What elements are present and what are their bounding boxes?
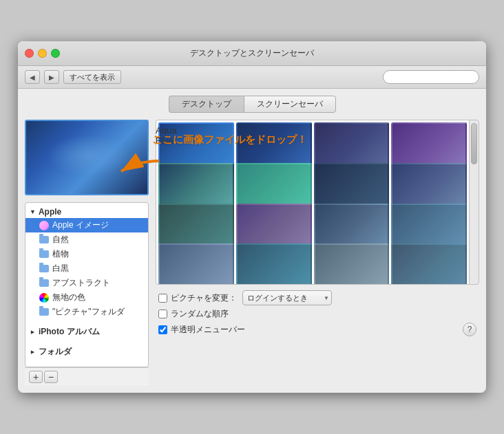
change-picture-select[interactable]: ログインするとき [242,290,332,305]
sidebar-item-bw[interactable]: 白黒 [25,261,148,276]
sidebar: ▼ Apple Apple イメージ 自然 [25,202,149,367]
grid-item-13[interactable] [158,243,234,285]
change-picture-text: ピクチャを変更： [171,292,237,304]
sidebar-item-nature[interactable]: 自然 [25,232,148,247]
titlebar: デスクトップとスクリーンセーバ [18,41,486,66]
add-button[interactable]: + [29,371,43,383]
sidebar-group-apple: ▼ Apple Apple イメージ 自然 [25,203,148,322]
expand-triangle-iphoto: ▼ [29,329,36,335]
grid-item-15[interactable] [314,243,390,285]
sidebar-group-label-iphoto: iPhoto アルバム [39,326,100,338]
sidebar-group-iphoto: ▼ iPhoto アルバム [25,322,148,342]
toolbar: ◀ ▶ すべてを表示 [18,66,486,89]
tab-desktop[interactable]: デスクトップ [169,96,244,113]
translucent-menu-checkbox[interactable] [158,325,167,334]
expand-triangle-folders: ▼ [29,349,36,355]
sidebar-group-folders: ▼ フォルダ [25,342,148,362]
color-wheel-icon [39,293,49,303]
sidebar-item-label-abstract: アブストラクト [52,277,110,289]
scrollbar[interactable] [469,120,479,285]
random-order-label[interactable]: ランダムな順序 [158,308,229,320]
sidebar-item-iphoto-folder[interactable]: "ピクチャ"フォルダ [25,305,148,319]
folder-icon [39,250,49,258]
expand-triangle-apple: ▼ [30,208,36,215]
translucent-menu-row: 半透明メニューバー ? [158,323,476,336]
show-all-button[interactable]: すべてを表示 [63,70,121,84]
random-order-row: ランダムな順序 [158,308,476,320]
folder-icon [39,236,49,243]
sidebar-item-label-iphoto-folder: "ピクチャ"フォルダ [52,306,125,318]
sidebar-controls: + − [25,367,149,386]
left-panel: Aqua Blue ここに画像ファイルをドロップ！ [25,120,149,386]
sidebar-item-abstract[interactable]: アブストラクト [25,276,148,290]
folder-icon [39,265,49,272]
back-button[interactable]: ◀ [25,70,40,84]
minimize-button[interactable] [38,49,47,58]
sidebar-group-label-folders: フォルダ [39,346,72,358]
sidebar-container: ▼ Apple Apple イメージ 自然 [25,202,149,386]
sidebar-item-apple-images[interactable]: Apple イメージ [25,218,148,232]
apple-icon [39,221,49,230]
drop-annotation: ここに画像ファイルをドロップ！ [152,133,307,147]
sidebar-item-label-plants: 植物 [52,248,69,260]
scrollbar-thumb[interactable] [471,123,477,164]
sidebar-group-header-apple[interactable]: ▼ Apple [25,206,148,218]
sidebar-item-label-apple-images: Apple イメージ [52,219,109,231]
sidebar-group-header-folders[interactable]: ▼ フォルダ [25,345,148,359]
sidebar-item-label-solid-colors: 無地の色 [52,292,85,303]
change-picture-select-wrapper: ログインするとき ▼ [242,290,332,305]
main-panel: Aqua Blue ここに画像ファイルをドロップ！ [25,120,479,386]
translucent-menu-text: 半透明メニューバー [171,324,245,336]
grid-item-14[interactable] [236,243,312,285]
search-input[interactable] [383,70,479,84]
folder-icon [39,308,49,316]
tab-screensaver[interactable]: スクリーンセーバ [244,96,336,113]
grid-item-16[interactable] [391,243,467,285]
random-order-text: ランダムな順序 [171,308,229,320]
sidebar-item-solid-colors[interactable]: 無地の色 [25,290,148,305]
sidebar-item-label-bw: 白黒 [52,263,69,274]
window-title: デスクトップとスクリーンセーバ [190,47,314,59]
random-order-checkbox[interactable] [158,310,167,318]
sidebar-item-plants[interactable]: 植物 [25,247,148,261]
preview-wrapper: Aqua Blue ここに画像ファイルをドロップ！ [25,120,149,195]
sidebar-group-header-iphoto[interactable]: ▼ iPhoto アルバム [25,325,148,339]
change-picture-checkbox[interactable] [158,294,167,303]
content-area: デスクトップ スクリーンセーバ Aqua Blue [18,89,486,393]
translucent-menu-label[interactable]: 半透明メニューバー [158,324,245,336]
help-button[interactable]: ? [463,323,476,336]
maximize-button[interactable] [51,49,60,58]
main-window: デスクトップとスクリーンセーバ ◀ ▶ すべてを表示 デスクトップ スクリーンセ… [18,41,486,393]
window-controls [25,49,60,58]
tab-bar: デスクトップ スクリーンセーバ [25,96,479,113]
remove-button[interactable]: − [44,371,58,383]
close-button[interactable] [25,49,34,58]
change-picture-label[interactable]: ピクチャを変更： [158,292,237,304]
sidebar-group-label-apple: Apple [39,207,61,217]
controls-section: ピクチャを変更： ログインするとき ▼ ランダムな順序 [156,290,479,339]
folder-icon [39,279,49,287]
sidebar-item-label-nature: 自然 [52,234,69,246]
scrollbar-track[interactable] [470,120,479,284]
grid-section: ピクチャを変更： ログインするとき ▼ ランダムな順序 [156,120,479,386]
arrow-icon [111,147,166,182]
change-picture-row: ピクチャを変更： ログインするとき ▼ [158,290,476,305]
forward-button[interactable]: ▶ [44,70,59,84]
